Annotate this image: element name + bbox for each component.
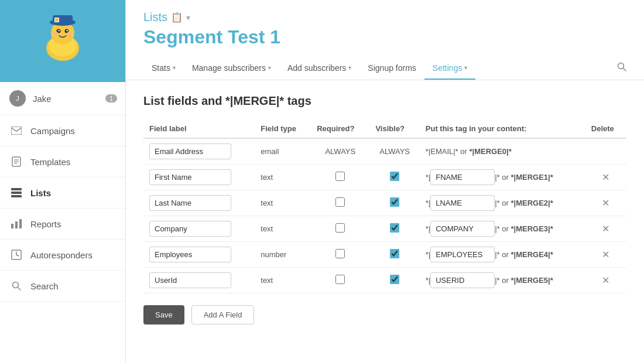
visible-checkbox-1[interactable] <box>390 172 399 181</box>
required-cell-0: ALWAYS <box>311 138 369 165</box>
col-delete: Delete <box>585 119 626 138</box>
visible-always-0: ALWAYS <box>379 147 410 156</box>
merge-suffix-4: |* or *|MERGE4|* <box>495 250 553 259</box>
tab-add-subscribers[interactable]: Add subscribers ▾ <box>279 57 359 80</box>
autoresponders-label: Autoresponders <box>30 250 93 260</box>
add-field-button[interactable]: Add A Field <box>191 305 255 325</box>
tab-settings[interactable]: Settings ▾ <box>424 57 476 80</box>
field-type-2: text <box>255 190 311 216</box>
manage-subscribers-arrow-icon: ▾ <box>268 64 271 71</box>
visible-checkbox-2[interactable] <box>390 197 399 207</box>
field-type-0: email <box>255 138 311 165</box>
field-type-1: text <box>255 165 311 190</box>
delete-button-4[interactable]: ✕ <box>598 248 613 261</box>
search-icon <box>9 279 23 293</box>
svg-line-31 <box>624 69 626 71</box>
merge-pipe-5: *| <box>426 276 430 285</box>
field-label-input-4[interactable] <box>149 247 231 262</box>
field-label-input-5[interactable] <box>149 272 231 288</box>
svg-rect-23 <box>15 221 18 228</box>
field-label-input-1[interactable] <box>149 169 231 185</box>
list-icon: 📋 <box>171 12 183 23</box>
required-checkbox-2[interactable] <box>335 197 345 207</box>
svg-rect-14 <box>11 127 22 135</box>
svg-point-9 <box>67 32 73 36</box>
field-label-input-0[interactable] <box>149 144 231 159</box>
required-checkbox-5[interactable] <box>335 275 345 284</box>
merge-suffix-1: |* or *|MERGE1|* <box>495 173 553 182</box>
sidebar-item-campaigns[interactable]: Campaigns <box>0 115 125 146</box>
breadcrumb[interactable]: Lists <box>143 11 167 24</box>
delete-button-2[interactable]: ✕ <box>598 196 613 210</box>
sidebar-user-label: Jake <box>33 94 52 104</box>
svg-rect-20 <box>11 192 22 194</box>
visible-checkbox-3[interactable] <box>390 223 399 233</box>
merge-pipe-2: *| <box>426 199 430 207</box>
page-title: Segment Test 1 <box>143 26 626 48</box>
content-area: List fields and *|MERGE|* tags Field lab… <box>126 80 644 362</box>
merge-suffix-5: |* or *|MERGE5|* <box>495 276 553 285</box>
avatar: J <box>9 90 26 107</box>
required-checkbox-3[interactable] <box>335 223 345 233</box>
lists-icon <box>9 186 23 200</box>
tab-stats[interactable]: Stats ▾ <box>143 57 184 80</box>
visible-checkbox-4[interactable] <box>390 249 399 258</box>
page-header: Lists 📋 ▾ Segment Test 1 <box>126 0 644 56</box>
settings-arrow-icon: ▾ <box>464 64 467 71</box>
col-visible: Visible? <box>369 119 419 138</box>
merge-input-2[interactable] <box>430 195 495 211</box>
svg-line-29 <box>18 288 21 291</box>
svg-rect-19 <box>11 188 22 190</box>
visible-cell-0: ALWAYS <box>369 138 419 165</box>
delete-button-5[interactable]: ✕ <box>598 274 613 287</box>
sidebar-item-user[interactable]: J Jake 1 <box>0 82 125 115</box>
table-row: number *||* or *|MERGE4|* ✕ <box>143 242 626 268</box>
tab-manage-subscribers[interactable]: Manage subscribers ▾ <box>184 57 279 80</box>
delete-button-3[interactable]: ✕ <box>598 222 613 235</box>
tab-settings-label: Settings <box>433 63 463 73</box>
field-label-input-3[interactable] <box>149 221 231 237</box>
field-type-4: number <box>255 242 311 268</box>
merge-input-3[interactable] <box>430 221 495 237</box>
svg-point-7 <box>67 30 68 31</box>
breadcrumb-arrow-icon: ▾ <box>186 13 190 22</box>
required-checkbox-4[interactable] <box>335 249 345 258</box>
required-always-0: ALWAYS <box>325 147 355 156</box>
sidebar-item-lists[interactable]: Lists <box>0 177 125 209</box>
sidebar-item-autoresponders[interactable]: Autoresponders <box>0 240 125 271</box>
reports-label: Reports <box>30 219 61 229</box>
merge-pipe-1: *| <box>426 173 430 182</box>
required-checkbox-1[interactable] <box>335 172 345 181</box>
merge-tag-cell-0: *|EMAIL|* or *|MERGE0|* <box>420 138 585 165</box>
merge-input-5[interactable] <box>430 272 495 288</box>
field-label-input-2[interactable] <box>149 195 231 211</box>
svg-line-27 <box>16 255 19 256</box>
merge-input-4[interactable] <box>430 247 495 262</box>
merge-input-1[interactable] <box>430 169 495 185</box>
delete-button-1[interactable]: ✕ <box>598 170 613 184</box>
autoresponders-icon <box>9 248 23 262</box>
table-row: text *||* or *|MERGE5|* ✕ <box>143 268 626 293</box>
lists-label: Lists <box>30 188 51 198</box>
col-field-type: Field type <box>255 119 311 138</box>
search-label: Search <box>30 281 59 291</box>
save-button[interactable]: Save <box>143 305 184 325</box>
col-merge-tag: Put this tag in your content: <box>420 119 585 138</box>
tab-signup-forms[interactable]: Signup forms <box>359 57 424 80</box>
merge-tag-cell-4: *||* or *|MERGE4|* <box>420 242 585 268</box>
add-subscribers-arrow-icon: ▾ <box>348 64 351 71</box>
campaigns-label: Campaigns <box>30 126 75 136</box>
sidebar-item-reports[interactable]: Reports <box>0 209 125 240</box>
header-search-icon[interactable] <box>609 56 626 80</box>
sidebar-item-templates[interactable]: Templates <box>0 146 125 177</box>
merge-suffix-3: |* or *|MERGE3|* <box>495 224 553 233</box>
merge-pipe-4: *| <box>426 250 430 259</box>
merge-tag-cell-1: *||* or *|MERGE1|* <box>420 165 585 190</box>
delete-cell-0 <box>585 138 626 165</box>
envelope-icon <box>9 124 23 138</box>
section-title: List fields and *|MERGE|* tags <box>143 94 626 108</box>
visible-checkbox-5[interactable] <box>390 275 399 284</box>
merge-suffix-2: |* or *|MERGE2|* <box>495 199 553 207</box>
merge-tag-cell-3: *||* or *|MERGE3|* <box>420 216 585 242</box>
sidebar-item-search[interactable]: Search <box>0 271 125 302</box>
